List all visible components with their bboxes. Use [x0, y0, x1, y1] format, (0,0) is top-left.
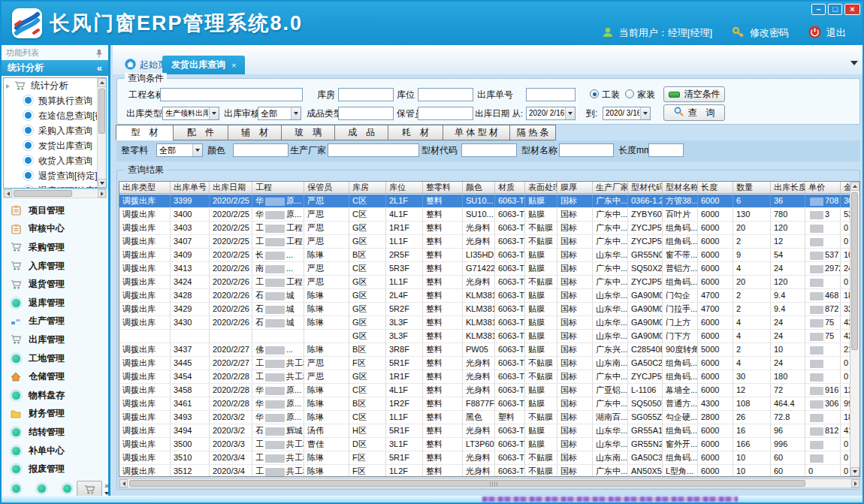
sidebar-menu-item[interactable]: 入库管理	[3, 257, 108, 276]
table-header-cell[interactable]: 生产厂家	[593, 182, 628, 193]
table-row[interactable]: 调拨出库34452020/2/27工共工程严思F区5R1F整料光身料6063-T…	[119, 357, 851, 370]
table-header-cell[interactable]: 单价	[805, 182, 841, 193]
zhengling-select[interactable]: 全部	[156, 143, 203, 157]
tree-root-item[interactable]: 统计分析	[4, 78, 106, 93]
table-header-cell[interactable]: 膜厚	[557, 182, 593, 193]
table-header-cell[interactable]: 长度	[698, 182, 733, 193]
homewear-radio-label[interactable]: 家装	[637, 89, 655, 101]
table-row[interactable]: 调拨出库34612020/2/28华原...陈琳B区1R2F整料F8877FT6…	[119, 397, 851, 411]
table-row[interactable]: 调拨出库35002020/3/3工共工程曹佳D区3L1F整料LT3P606063…	[119, 438, 851, 451]
material-tab[interactable]: 隔 热 条	[509, 125, 556, 140]
table-row[interactable]: 调拨出库34282020/2/26石城陈琳G区2L4F整料KLM38176063…	[119, 289, 851, 303]
dropdown-arrow-icon[interactable]	[640, 107, 650, 119]
minimize-button[interactable]: －	[811, 4, 826, 15]
location-input[interactable]	[418, 88, 473, 101]
date-from-picker[interactable]: 2020/ 2/16	[526, 107, 575, 120]
table-header-cell[interactable]: 材质	[495, 182, 525, 193]
table-header-cell[interactable]: 整零料	[423, 182, 463, 193]
table-horizontal-scrollbar[interactable]	[119, 478, 860, 488]
tree-item[interactable]: 收货入库查询	[4, 153, 106, 168]
sidebar-menu-item[interactable]: 采购管理	[3, 238, 108, 257]
table-header-cell[interactable]: 库位	[386, 182, 423, 193]
table-row[interactable]: 调拨出库34132020/2/26南...严思C区5R3F整料G71422606…	[119, 262, 851, 276]
overflow-chevron-icon[interactable]: »	[104, 482, 109, 496]
tree-item[interactable]: 采购入库查询	[4, 123, 106, 138]
table-row[interactable]: 调拨出库34242020/2/26工工程严思G区1L1F整料光身料6063-T5…	[119, 276, 851, 289]
sidebar-menu-item[interactable]: 项目管理	[3, 201, 108, 220]
sidebar-menu-item[interactable]: 仓储管理	[3, 367, 108, 386]
table-row[interactable]: 调拨出库34582020/2/28华原...陈琳C区4L1F整料光身料6063-…	[119, 384, 851, 397]
nav-dot-icon[interactable]	[63, 484, 71, 493]
material-tab[interactable]: 单 体 型 材	[443, 125, 510, 140]
tab-active[interactable]: 发货出库查询 ×	[162, 56, 245, 74]
table-row[interactable]: 调拨出库35122020/3/4工共工程陈琳F区1L2F整料光身料6063-T5…	[119, 465, 851, 477]
material-tab[interactable]: 配 件	[173, 125, 228, 140]
date-to-picker[interactable]: 2020/ 3/16	[603, 107, 651, 120]
table-row[interactable]: 调拨出库34302020/2/26石城陈琳G区3L3F整料KLM38176063…	[119, 316, 851, 330]
dropdown-arrow-icon[interactable]	[291, 107, 301, 119]
profile-name-input[interactable]	[559, 143, 614, 157]
table-row[interactable]: 调拨出库34542020/2/28工共工程严思G区1R1F整料光身料6063-T…	[119, 370, 851, 384]
logout-link[interactable]: 退出	[826, 26, 846, 40]
tree-item[interactable]: 预算执行查询	[4, 93, 106, 108]
table-header-cell[interactable]: 工程	[252, 182, 304, 193]
table-row[interactable]: 调拨出库34032020/2/25工工程严思G区1R1F整料光身料6063-T5…	[119, 222, 851, 235]
dropdown-arrow-icon[interactable]	[192, 144, 202, 156]
material-tab[interactable]: 型 材	[116, 125, 174, 140]
sidebar-menu-item[interactable]: 出库管理	[3, 330, 108, 349]
table-header-cell[interactable]: 表面处理	[525, 182, 557, 193]
material-tab[interactable]: 成 品	[334, 125, 388, 140]
material-tab[interactable]: 玻 璃	[281, 125, 335, 140]
sidebar-menu-item[interactable]: 工地管理	[3, 349, 108, 368]
table-vertical-scrollbar[interactable]	[850, 182, 859, 476]
sidebar-menu-item[interactable]: 报废管理	[3, 460, 108, 478]
table-header-cell[interactable]: 库房	[349, 182, 386, 193]
factory-input[interactable]	[328, 143, 419, 157]
table-header-cell[interactable]: 出库长度	[771, 182, 805, 193]
order-no-input[interactable]	[526, 88, 575, 101]
sidebar-menu-item[interactable]: 物料盘存	[3, 386, 108, 405]
material-tab[interactable]: 耗 材	[388, 125, 443, 140]
tree-item[interactable]: 退货查询[待定]	[4, 168, 106, 183]
nav-dot-icon[interactable]	[12, 484, 20, 493]
table-row[interactable]: 调拨出库35102020/3/4工共工程陈琳F区5R1F整料光身料6063-T5…	[119, 451, 851, 465]
maximize-button[interactable]: □	[828, 4, 842, 15]
project-name-input[interactable]	[160, 88, 303, 101]
sidebar-menu-item[interactable]: 补单中心	[3, 442, 108, 460]
tree-item[interactable]: 发货出库查询	[4, 138, 106, 153]
dropdown-arrow-icon[interactable]	[565, 107, 575, 119]
collapse-icon[interactable]: «	[97, 60, 102, 76]
table-header-cell[interactable]: 型材名称	[663, 182, 698, 193]
table-row[interactable]: 调拨出库33992020/2/25华原...严思C区2L1F整料SU10...6…	[119, 195, 851, 208]
table-row[interactable]: 调拨出库34292020/2/26石城陈琳G区5R2F整料KLM38176063…	[119, 303, 851, 316]
color-input[interactable]	[233, 143, 289, 157]
table-row[interactable]: 调拨出库34092020/2/25长...陈琳B区2R5F整料LI35HD606…	[119, 249, 851, 262]
sidebar-menu-item[interactable]: 审核中心	[3, 220, 108, 239]
table-row[interactable]: G区3L3F整料KLM38176063-T5贴膜国标山东华...GA90M09.…	[119, 330, 851, 343]
keeper-input[interactable]	[418, 107, 473, 120]
sidebar-menu-item[interactable]: 退库管理	[3, 294, 108, 312]
tree-vertical-scrollbar[interactable]	[97, 78, 106, 188]
table-header-cell[interactable]: 出库日期	[210, 182, 252, 193]
nav-dot-icon[interactable]	[38, 484, 46, 493]
sidebar-menu-item[interactable]: 财务管理	[3, 405, 108, 424]
section-header[interactable]: 统计分析 «	[2, 60, 108, 76]
change-password-link[interactable]: 修改密码	[750, 26, 789, 40]
clear-conditions-button[interactable]: 清空条件	[663, 86, 725, 102]
tree-item[interactable]: 退库管理[待定]	[4, 183, 106, 189]
table-header-cell[interactable]: 数量	[733, 182, 771, 193]
search-button[interactable]: 查 询	[663, 104, 725, 121]
product-type-input[interactable]	[338, 107, 394, 120]
warehouse-input[interactable]	[338, 88, 394, 101]
table-row[interactable]: 调拨出库34932020/3/2华原...陈琳C区1L1F整料黑色塑料不贴膜国标…	[119, 411, 851, 424]
sidebar-menu-item[interactable]: 退货管理	[3, 275, 108, 294]
workwear-radio-label[interactable]: 工装	[602, 89, 620, 101]
tree-horizontal-scrollbar[interactable]	[3, 189, 107, 198]
tab-list-caret-icon[interactable]	[850, 61, 858, 65]
close-button[interactable]: ×	[844, 4, 860, 15]
sidebar-menu-item[interactable]: 生产管理	[3, 312, 108, 331]
table-row[interactable]: 调拨出库34002020/2/25华原...严思C区4L1F整料SU10...6…	[119, 208, 851, 222]
table-header-cell[interactable]: 颜色	[463, 182, 495, 193]
dropdown-arrow-icon[interactable]	[209, 107, 219, 119]
length-input[interactable]	[648, 143, 684, 157]
